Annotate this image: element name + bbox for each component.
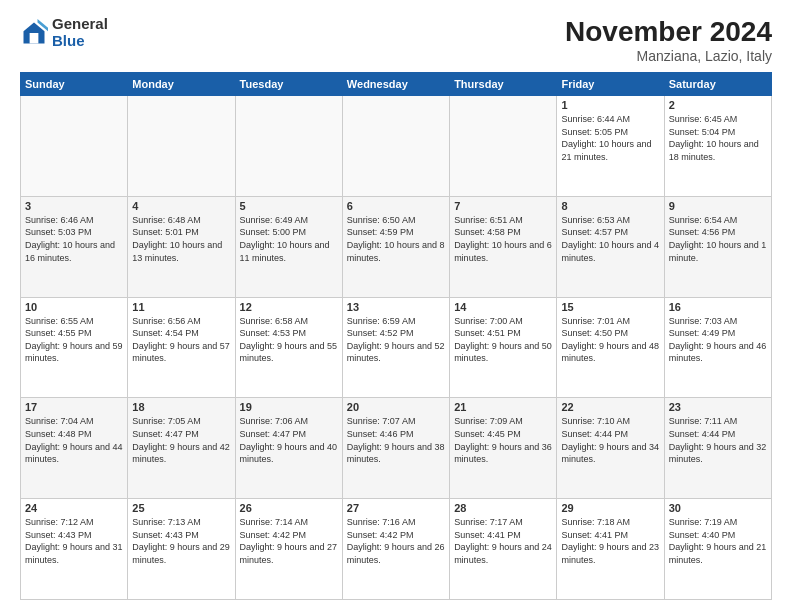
calendar-cell: 20Sunrise: 7:07 AM Sunset: 4:46 PM Dayli…	[342, 398, 449, 499]
day-info: Sunrise: 6:53 AM Sunset: 4:57 PM Dayligh…	[561, 214, 659, 264]
day-info: Sunrise: 7:19 AM Sunset: 4:40 PM Dayligh…	[669, 516, 767, 566]
calendar-cell: 3Sunrise: 6:46 AM Sunset: 5:03 PM Daylig…	[21, 196, 128, 297]
day-number: 19	[240, 401, 338, 413]
day-info: Sunrise: 7:11 AM Sunset: 4:44 PM Dayligh…	[669, 415, 767, 465]
day-number: 12	[240, 301, 338, 313]
day-number: 22	[561, 401, 659, 413]
calendar-cell: 4Sunrise: 6:48 AM Sunset: 5:01 PM Daylig…	[128, 196, 235, 297]
day-info: Sunrise: 6:54 AM Sunset: 4:56 PM Dayligh…	[669, 214, 767, 264]
calendar-cell: 24Sunrise: 7:12 AM Sunset: 4:43 PM Dayli…	[21, 499, 128, 600]
day-number: 25	[132, 502, 230, 514]
calendar-cell: 21Sunrise: 7:09 AM Sunset: 4:45 PM Dayli…	[450, 398, 557, 499]
calendar-week-row-2: 10Sunrise: 6:55 AM Sunset: 4:55 PM Dayli…	[21, 297, 772, 398]
day-info: Sunrise: 7:12 AM Sunset: 4:43 PM Dayligh…	[25, 516, 123, 566]
day-info: Sunrise: 6:59 AM Sunset: 4:52 PM Dayligh…	[347, 315, 445, 365]
day-info: Sunrise: 7:16 AM Sunset: 4:42 PM Dayligh…	[347, 516, 445, 566]
title-section: November 2024 Manziana, Lazio, Italy	[565, 16, 772, 64]
day-info: Sunrise: 7:18 AM Sunset: 4:41 PM Dayligh…	[561, 516, 659, 566]
calendar-cell: 6Sunrise: 6:50 AM Sunset: 4:59 PM Daylig…	[342, 196, 449, 297]
day-number: 7	[454, 200, 552, 212]
header-monday: Monday	[128, 73, 235, 96]
calendar-cell: 28Sunrise: 7:17 AM Sunset: 4:41 PM Dayli…	[450, 499, 557, 600]
day-info: Sunrise: 7:01 AM Sunset: 4:50 PM Dayligh…	[561, 315, 659, 365]
logo-icon	[20, 19, 48, 47]
calendar-table: Sunday Monday Tuesday Wednesday Thursday…	[20, 72, 772, 600]
logo-text: General Blue	[52, 16, 108, 49]
calendar-week-row-1: 3Sunrise: 6:46 AM Sunset: 5:03 PM Daylig…	[21, 196, 772, 297]
day-info: Sunrise: 7:14 AM Sunset: 4:42 PM Dayligh…	[240, 516, 338, 566]
calendar-cell: 19Sunrise: 7:06 AM Sunset: 4:47 PM Dayli…	[235, 398, 342, 499]
day-info: Sunrise: 6:56 AM Sunset: 4:54 PM Dayligh…	[132, 315, 230, 365]
calendar-cell: 9Sunrise: 6:54 AM Sunset: 4:56 PM Daylig…	[664, 196, 771, 297]
day-number: 16	[669, 301, 767, 313]
calendar-cell: 26Sunrise: 7:14 AM Sunset: 4:42 PM Dayli…	[235, 499, 342, 600]
calendar-header-row: Sunday Monday Tuesday Wednesday Thursday…	[21, 73, 772, 96]
calendar-week-row-4: 24Sunrise: 7:12 AM Sunset: 4:43 PM Dayli…	[21, 499, 772, 600]
calendar-cell: 17Sunrise: 7:04 AM Sunset: 4:48 PM Dayli…	[21, 398, 128, 499]
day-number: 8	[561, 200, 659, 212]
day-info: Sunrise: 7:07 AM Sunset: 4:46 PM Dayligh…	[347, 415, 445, 465]
day-number: 3	[25, 200, 123, 212]
header-saturday: Saturday	[664, 73, 771, 96]
calendar-cell	[450, 96, 557, 197]
location: Manziana, Lazio, Italy	[565, 48, 772, 64]
calendar-cell: 14Sunrise: 7:00 AM Sunset: 4:51 PM Dayli…	[450, 297, 557, 398]
day-info: Sunrise: 6:49 AM Sunset: 5:00 PM Dayligh…	[240, 214, 338, 264]
day-info: Sunrise: 7:13 AM Sunset: 4:43 PM Dayligh…	[132, 516, 230, 566]
day-number: 17	[25, 401, 123, 413]
calendar-cell	[342, 96, 449, 197]
calendar-cell: 18Sunrise: 7:05 AM Sunset: 4:47 PM Dayli…	[128, 398, 235, 499]
calendar-cell: 2Sunrise: 6:45 AM Sunset: 5:04 PM Daylig…	[664, 96, 771, 197]
day-info: Sunrise: 6:58 AM Sunset: 4:53 PM Dayligh…	[240, 315, 338, 365]
day-info: Sunrise: 6:45 AM Sunset: 5:04 PM Dayligh…	[669, 113, 767, 163]
day-number: 27	[347, 502, 445, 514]
day-info: Sunrise: 7:10 AM Sunset: 4:44 PM Dayligh…	[561, 415, 659, 465]
calendar-cell: 30Sunrise: 7:19 AM Sunset: 4:40 PM Dayli…	[664, 499, 771, 600]
svg-rect-2	[30, 33, 39, 44]
day-info: Sunrise: 6:51 AM Sunset: 4:58 PM Dayligh…	[454, 214, 552, 264]
day-number: 1	[561, 99, 659, 111]
page: General Blue November 2024 Manziana, Laz…	[0, 0, 792, 612]
calendar-cell: 7Sunrise: 6:51 AM Sunset: 4:58 PM Daylig…	[450, 196, 557, 297]
calendar-cell: 15Sunrise: 7:01 AM Sunset: 4:50 PM Dayli…	[557, 297, 664, 398]
calendar-cell	[21, 96, 128, 197]
day-number: 15	[561, 301, 659, 313]
day-info: Sunrise: 6:44 AM Sunset: 5:05 PM Dayligh…	[561, 113, 659, 163]
day-number: 26	[240, 502, 338, 514]
calendar-cell: 1Sunrise: 6:44 AM Sunset: 5:05 PM Daylig…	[557, 96, 664, 197]
calendar-cell: 16Sunrise: 7:03 AM Sunset: 4:49 PM Dayli…	[664, 297, 771, 398]
logo: General Blue	[20, 16, 108, 49]
day-info: Sunrise: 6:55 AM Sunset: 4:55 PM Dayligh…	[25, 315, 123, 365]
day-number: 24	[25, 502, 123, 514]
calendar-cell: 25Sunrise: 7:13 AM Sunset: 4:43 PM Dayli…	[128, 499, 235, 600]
day-info: Sunrise: 6:50 AM Sunset: 4:59 PM Dayligh…	[347, 214, 445, 264]
day-info: Sunrise: 6:46 AM Sunset: 5:03 PM Dayligh…	[25, 214, 123, 264]
header-friday: Friday	[557, 73, 664, 96]
calendar-cell: 13Sunrise: 6:59 AM Sunset: 4:52 PM Dayli…	[342, 297, 449, 398]
day-number: 14	[454, 301, 552, 313]
day-number: 18	[132, 401, 230, 413]
day-number: 11	[132, 301, 230, 313]
logo-general-text: General	[52, 16, 108, 33]
day-info: Sunrise: 7:03 AM Sunset: 4:49 PM Dayligh…	[669, 315, 767, 365]
day-number: 5	[240, 200, 338, 212]
day-info: Sunrise: 7:06 AM Sunset: 4:47 PM Dayligh…	[240, 415, 338, 465]
day-number: 2	[669, 99, 767, 111]
logo-blue-text: Blue	[52, 33, 108, 50]
day-number: 23	[669, 401, 767, 413]
calendar-cell: 23Sunrise: 7:11 AM Sunset: 4:44 PM Dayli…	[664, 398, 771, 499]
calendar-cell: 12Sunrise: 6:58 AM Sunset: 4:53 PM Dayli…	[235, 297, 342, 398]
calendar-week-row-0: 1Sunrise: 6:44 AM Sunset: 5:05 PM Daylig…	[21, 96, 772, 197]
calendar-cell: 11Sunrise: 6:56 AM Sunset: 4:54 PM Dayli…	[128, 297, 235, 398]
day-number: 6	[347, 200, 445, 212]
calendar-cell: 5Sunrise: 6:49 AM Sunset: 5:00 PM Daylig…	[235, 196, 342, 297]
day-info: Sunrise: 7:17 AM Sunset: 4:41 PM Dayligh…	[454, 516, 552, 566]
day-number: 9	[669, 200, 767, 212]
calendar-cell	[235, 96, 342, 197]
day-number: 30	[669, 502, 767, 514]
calendar-cell: 27Sunrise: 7:16 AM Sunset: 4:42 PM Dayli…	[342, 499, 449, 600]
day-number: 20	[347, 401, 445, 413]
header-thursday: Thursday	[450, 73, 557, 96]
calendar-cell: 29Sunrise: 7:18 AM Sunset: 4:41 PM Dayli…	[557, 499, 664, 600]
header-sunday: Sunday	[21, 73, 128, 96]
